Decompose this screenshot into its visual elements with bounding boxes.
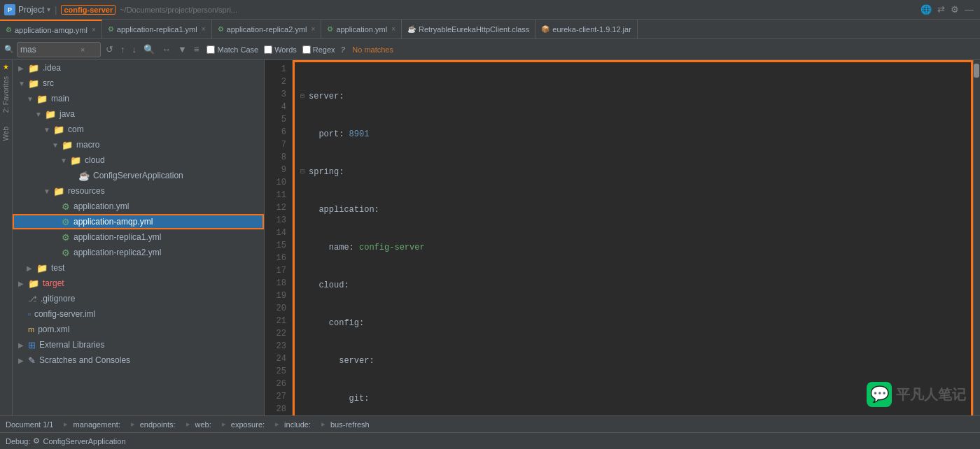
dropdown-arrow[interactable]: ▾ (47, 6, 50, 13)
top-bar: P Project ▾ | config-server ~/Documents/… (0, 0, 980, 20)
tree-item-external-libs[interactable]: ▶ ⊞ External Libraries (13, 337, 264, 352)
tree-item-test[interactable]: ▶ 📁 test (13, 260, 264, 276)
search-input[interactable] (20, 45, 76, 55)
settings-btn[interactable]: ⚙ (948, 3, 961, 16)
tree-item-gitignore[interactable]: ⎇ .gitignore (13, 291, 264, 306)
tree-item-target[interactable]: ▶ 📁 target (13, 276, 264, 291)
arrow-java: ▼ (35, 111, 42, 118)
folder-icon-test: 📁 (36, 263, 48, 273)
regex-option[interactable]: Regex (302, 45, 335, 54)
breadcrumb-sep-4: ▸ (222, 420, 226, 429)
search-down-btn[interactable]: ↓ (130, 44, 139, 55)
folder-icon-src: 📁 (28, 78, 39, 89)
tab-amqp-yml[interactable]: ⚙ application-amqp.yml × (0, 20, 102, 39)
debug-icon: ⚙ (33, 436, 40, 446)
tree-item-scratches[interactable]: ▶ ✎ Scratches and Consoles (13, 352, 264, 368)
breadcrumb-sep-6: ▸ (321, 420, 326, 429)
toolbar-icons: 🌐 ⇄ ⚙ — (918, 3, 976, 16)
regex-checkbox[interactable] (302, 45, 311, 54)
breadcrumb-web: web: (195, 420, 211, 429)
tab-label-jar: eureka-client-1.9.12.jar (552, 25, 631, 34)
clear-search-btn[interactable]: × (79, 45, 86, 54)
code-line-6: cloud: (300, 279, 965, 292)
tree-label-resources: resources (68, 186, 105, 196)
words-checkbox[interactable] (264, 45, 272, 54)
fold-spacer-2 (300, 128, 309, 141)
fold-icon-3[interactable]: ⊟ (300, 166, 309, 178)
search-help-btn[interactable]: ? (341, 45, 346, 54)
folder-icon-target: 📁 (28, 278, 39, 289)
search-filter-btn[interactable]: ▼ (176, 44, 189, 55)
project-label[interactable]: Project (18, 5, 44, 15)
arrow-src: ▼ (18, 80, 25, 87)
favorites-tab[interactable]: 2: Favorites (2, 76, 10, 113)
tree-item-replica1yml[interactable]: ⚙ application-replica1.yml (13, 229, 264, 245)
arrow-resources: ▼ (43, 187, 50, 195)
tree-label-appyml: application.yml (74, 201, 129, 211)
tree-item-configapp[interactable]: ☕ ConfigServerApplication (13, 168, 264, 183)
arrows-btn[interactable]: ⇄ (935, 3, 947, 16)
debug-bar: Debug: ⚙ ConfigServerApplication (0, 432, 980, 449)
debug-label: Debug: (6, 437, 30, 446)
tree-label-configiml: config-server.iml (34, 309, 95, 319)
iml-icon: ▫ (28, 310, 31, 318)
search-find-btn[interactable]: 🔍 (141, 44, 157, 55)
tree-item-pomxml[interactable]: m pom.xml (13, 322, 264, 337)
tree-item-main[interactable]: ▼ 📁 main (13, 91, 264, 106)
tab-replica1-yml[interactable]: ⚙ application-replica1.yml × (102, 20, 212, 39)
tab-application-yml[interactable]: ⚙ application.yml × (321, 20, 402, 39)
tree-item-src[interactable]: ▼ 📁 src (13, 76, 264, 91)
debug-app: ConfigServerApplication (43, 437, 125, 446)
tree-label-com: com (68, 124, 84, 134)
folder-icon-java: 📁 (45, 109, 56, 120)
tab-icon-class: ☕ (407, 25, 416, 33)
external-icon: ⊞ (28, 340, 36, 350)
search-replace-btn[interactable]: ↔ (160, 44, 173, 55)
tree-item-cloud[interactable]: ▼ 📁 cloud (13, 152, 264, 168)
minimize-btn[interactable]: — (962, 3, 976, 16)
git-icon-gitignore: ⎇ (28, 294, 37, 304)
search-up-btn[interactable]: ↑ (118, 44, 127, 55)
tab-close-app-yml[interactable]: × (391, 25, 396, 33)
tab-eureka-jar[interactable]: 📦 eureka-client-1.9.12.jar (536, 20, 638, 39)
tree-item-macro[interactable]: ▼ 📁 macro (13, 137, 264, 152)
tree-item-resources[interactable]: ▼ 📁 resources (13, 183, 264, 199)
tab-close-replica1[interactable]: × (202, 25, 206, 33)
globe-btn[interactable]: 🌐 (918, 3, 934, 16)
editor-content: 1234567 891011121314 15161718192021 2223… (265, 60, 980, 415)
right-scrollbar[interactable] (973, 60, 980, 415)
java-icon-configapp: ☕ (78, 171, 90, 181)
arrow-target: ▶ (18, 280, 25, 287)
code-editor[interactable]: ⊟server: port: 8901 ⊟spring: application… (293, 60, 973, 415)
search-bar: 🔍 × ↺ ↑ ↓ 🔍 ↔ ▼ ≡ Match Case Words Regex… (0, 39, 980, 60)
arrow-external-libs: ▶ (18, 341, 25, 349)
tab-close-replica2[interactable]: × (312, 25, 316, 33)
tab-replica2-yml[interactable]: ⚙ application-replica2.yml × (212, 20, 322, 39)
folder-icon-com: 📁 (53, 124, 64, 135)
tree-item-idea[interactable]: ▶ 📁 .idea (13, 60, 264, 76)
code-line-9: git: (300, 392, 965, 405)
tab-label-amqp: application-amqp.yml (15, 26, 88, 34)
arrow-macro: ▼ (52, 141, 59, 149)
fold-icon-1[interactable]: ⊟ (300, 90, 309, 103)
tree-item-java[interactable]: ▼ 📁 java (13, 106, 264, 122)
web-tab[interactable]: Web (2, 127, 10, 141)
words-option[interactable]: Words (264, 45, 297, 54)
search-refresh-btn[interactable]: ↺ (104, 44, 115, 55)
tree-item-replica2yml[interactable]: ⚙ application-replica2.yml (13, 245, 264, 260)
match-case-option[interactable]: Match Case (206, 45, 258, 54)
tree-item-amqpyml[interactable]: ⚙ application-amqp.yml (13, 214, 264, 229)
tree-item-appyml[interactable]: ⚙ application.yml (13, 199, 264, 214)
match-case-checkbox[interactable] (206, 45, 215, 54)
arrow-main: ▼ (27, 95, 34, 103)
tree-item-configiml[interactable]: ▫ config-server.iml (13, 306, 264, 322)
tree-label-pomxml: pom.xml (38, 325, 69, 334)
search-options-btn[interactable]: ≡ (192, 44, 202, 55)
tree-label-cloud: cloud (85, 155, 105, 165)
tab-eureka-class[interactable]: ☕ RetryableEurekaHttpClient.class (402, 20, 536, 39)
tree-item-com[interactable]: ▼ 📁 com (13, 122, 264, 137)
tab-close-amqp[interactable]: × (92, 26, 96, 34)
breadcrumb-endpoints: endpoints: (140, 420, 176, 429)
code-line-7: config: (300, 317, 965, 329)
line-numbers: 1234567 891011121314 15161718192021 2223… (265, 60, 293, 415)
